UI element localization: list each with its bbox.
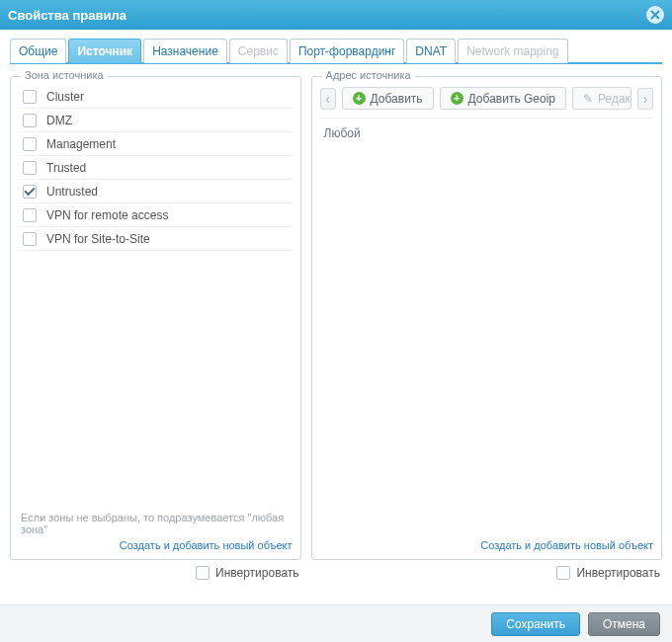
zone-panel: Зона источника ClusterDMZManagementTrust…	[10, 76, 301, 580]
zone-row[interactable]: Management	[19, 132, 293, 156]
address-create-link[interactable]: Создать и добавить новый объект	[320, 539, 653, 551]
plus-icon: +	[451, 92, 463, 105]
add-geoip-button-label: Добавить Geoip	[468, 92, 555, 106]
zone-list[interactable]: ClusterDMZManagementTrustedUntrustedVPN …	[19, 85, 293, 508]
tab-2[interactable]: Назначение	[143, 39, 227, 63]
chevron-right-icon: ›	[643, 91, 648, 107]
tab-1[interactable]: Источник	[68, 39, 141, 63]
zone-checkbox[interactable]	[23, 114, 37, 127]
dialog-footer: Сохранить Отмена	[0, 604, 672, 642]
address-invert-row: Инвертировать	[311, 560, 662, 580]
add-button[interactable]: + Добавить	[342, 87, 434, 110]
cancel-button[interactable]: Отмена	[588, 612, 660, 636]
zone-label: DMZ	[46, 114, 72, 127]
zone-row[interactable]: VPN for remote access	[19, 203, 293, 227]
close-icon	[650, 10, 660, 20]
edit-button-label: Редактировать	[598, 92, 631, 106]
tabstrip: ОбщиеИсточникНазначениеСервисПорт-форвар…	[10, 38, 662, 64]
add-button-label: Добавить	[371, 92, 423, 106]
address-legend: Адрес источника	[322, 69, 415, 81]
save-button[interactable]: Сохранить	[491, 612, 580, 636]
add-geoip-button[interactable]: + Добавить Geoip	[440, 87, 566, 110]
tab-5[interactable]: DNAT	[406, 39, 456, 63]
zone-invert-checkbox[interactable]	[196, 566, 210, 580]
zone-label: Cluster	[46, 90, 84, 104]
tab-4[interactable]: Порт-форвардинг	[290, 39, 404, 63]
edit-button[interactable]: ✎ Редактировать	[572, 87, 631, 110]
address-list[interactable]: Любой	[320, 119, 653, 539]
address-invert-label: Инвертировать	[576, 566, 660, 580]
window-title: Свойства правила	[8, 8, 126, 23]
zone-hint: Если зоны не выбраны, то подразумевается…	[19, 508, 293, 539]
plus-icon: +	[353, 92, 366, 105]
zone-checkbox[interactable]	[23, 137, 37, 151]
address-invert-checkbox[interactable]	[556, 566, 570, 580]
tab-3: Сервис	[229, 39, 288, 63]
zone-create-link[interactable]: Создать и добавить новый объект	[19, 539, 293, 551]
address-empty-text: Любой	[324, 126, 361, 140]
chevron-left-icon: ‹	[325, 91, 330, 107]
zone-label: Management	[46, 137, 116, 151]
titlebar: Свойства правила	[0, 0, 672, 30]
toolbar-scroll-left-button[interactable]: ‹	[320, 88, 336, 110]
address-toolbar: ‹ + Добавить + Добавить Geoip ✎ Редакт	[320, 85, 653, 119]
zone-fieldset: Зона источника ClusterDMZManagementTrust…	[10, 76, 301, 560]
zone-label: Untrusted	[46, 185, 98, 199]
zone-label: VPN for remote access	[46, 208, 168, 222]
zone-row[interactable]: Untrusted	[19, 180, 293, 203]
address-fieldset: Адрес источника ‹ + Добавить + Добавить …	[311, 76, 662, 560]
zone-row[interactable]: DMZ	[19, 109, 293, 132]
pencil-icon: ✎	[583, 92, 593, 106]
zone-legend: Зона источника	[21, 69, 108, 81]
zone-row[interactable]: VPN for Site-to-Site	[19, 227, 293, 251]
close-button[interactable]	[646, 6, 664, 24]
tab-6: Network mapping	[458, 39, 567, 63]
zone-checkbox[interactable]	[23, 161, 37, 175]
zone-checkbox[interactable]	[23, 185, 37, 199]
tab-0[interactable]: Общие	[10, 39, 66, 63]
zone-invert-label: Инвертировать	[215, 566, 299, 580]
zone-row[interactable]: Cluster	[19, 85, 293, 109]
zone-label: VPN for Site-to-Site	[46, 232, 150, 246]
dialog-window: Свойства правила ОбщиеИсточникНазначение…	[0, 0, 672, 642]
zone-checkbox[interactable]	[23, 232, 37, 246]
tab-content: Зона источника ClusterDMZManagementTrust…	[10, 64, 662, 580]
zone-checkbox[interactable]	[23, 90, 37, 104]
zone-row[interactable]: Trusted	[19, 156, 293, 180]
zone-invert-row: Инвертировать	[10, 560, 301, 580]
address-panel: Адрес источника ‹ + Добавить + Добавить …	[311, 76, 662, 580]
zone-label: Trusted	[46, 161, 86, 175]
zone-checkbox[interactable]	[23, 208, 37, 222]
toolbar-scroll-right-button[interactable]: ›	[637, 88, 653, 110]
dialog-body: ОбщиеИсточникНазначениеСервисПорт-форвар…	[0, 30, 672, 580]
